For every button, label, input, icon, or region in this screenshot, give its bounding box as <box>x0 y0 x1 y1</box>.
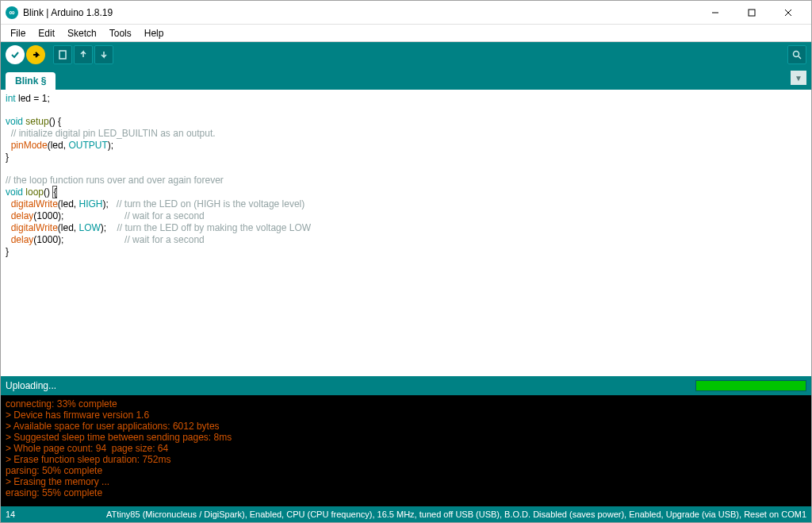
code-token: } <box>6 152 9 163</box>
code-token <box>6 198 11 210</box>
code-token: digitalWrite <box>11 198 58 210</box>
svg-point-5 <box>794 52 799 57</box>
code-token <box>6 234 11 245</box>
svg-line-6 <box>799 56 801 59</box>
console-line: > Erasing the memory ... <box>6 476 109 487</box>
code-token: ); <box>101 222 117 233</box>
window-title: Blink | Arduino 1.8.19 <box>23 7 113 18</box>
tab-strip: Blink § ▼ <box>1 67 811 90</box>
code-token: ); <box>103 198 117 210</box>
code-token: LOW <box>79 222 101 233</box>
code-comment: // the loop function runs over and over … <box>6 175 224 186</box>
code-token <box>6 210 11 221</box>
console-line: > Device has firmware version 1.6 <box>6 410 149 421</box>
toolbar <box>1 42 811 67</box>
code-token: delay <box>11 210 34 221</box>
bottom-bar: 14 ATtiny85 (Micronucleus / DigiSpark), … <box>1 506 811 522</box>
console-line: connecting: 33% complete <box>6 398 117 410</box>
code-token: (led, <box>58 198 79 210</box>
code-token: ); <box>108 140 113 151</box>
menubar: File Edit Sketch Tools Help <box>1 25 811 42</box>
code-token: int <box>6 93 16 104</box>
code-token: delay <box>11 234 34 245</box>
status-text: Uploading... <box>6 380 56 391</box>
code-token: () { <box>49 116 61 127</box>
svg-rect-4 <box>59 51 66 59</box>
code-token: pinMode <box>11 140 48 151</box>
upload-progress <box>695 380 806 391</box>
cursor: { <box>52 186 57 198</box>
menu-tools[interactable]: Tools <box>103 26 138 40</box>
svg-rect-1 <box>749 10 755 16</box>
code-comment: // turn the LED on (HIGH is the voltage … <box>117 198 304 210</box>
console-line: > Suggested sleep time between sending p… <box>6 432 232 443</box>
code-token: (led, <box>58 222 79 233</box>
arduino-icon <box>6 6 18 19</box>
open-button[interactable] <box>74 45 93 64</box>
board-info: ATtiny85 (Micronucleus / DigiSpark), Ena… <box>15 510 806 519</box>
tab-blink[interactable]: Blink § <box>6 72 56 90</box>
code-token: (1000); <box>33 210 124 221</box>
console-line: > Whole page count: 94 page size: 64 <box>6 443 168 454</box>
code-editor[interactable]: int led = 1; void setup() { // initializ… <box>1 90 811 376</box>
console-line: parsing: 50% complete <box>6 465 102 476</box>
code-token: HIGH <box>79 198 103 210</box>
app-window: Blink | Arduino 1.8.19 File Edit Sketch … <box>0 0 812 523</box>
chevron-down-icon: ▼ <box>795 74 802 83</box>
line-number: 14 <box>6 510 15 519</box>
code-token: } <box>6 246 9 257</box>
menu-edit[interactable]: Edit <box>32 26 61 40</box>
code-comment: // wait for a second <box>124 210 205 221</box>
code-comment: // wait for a second <box>124 234 205 245</box>
code-token: (led, <box>48 140 69 151</box>
code-token: void <box>6 116 23 127</box>
titlebar: Blink | Arduino 1.8.19 <box>1 1 811 25</box>
verify-button[interactable] <box>6 45 25 64</box>
code-token: led = 1; <box>16 93 50 104</box>
code-token: setup <box>25 116 48 127</box>
close-button[interactable] <box>770 1 806 25</box>
menu-help[interactable]: Help <box>138 26 170 40</box>
code-token <box>6 222 11 233</box>
minimize-button[interactable] <box>697 1 733 25</box>
code-token: OUTPUT <box>68 140 107 151</box>
status-bar: Uploading... <box>1 376 811 395</box>
code-token: digitalWrite <box>11 222 58 233</box>
maximize-button[interactable] <box>733 1 770 25</box>
code-comment: // initialize digital pin LED_BUILTIN as… <box>6 128 216 139</box>
save-button[interactable] <box>94 45 113 64</box>
menu-sketch[interactable]: Sketch <box>61 26 103 40</box>
new-button[interactable] <box>53 45 72 64</box>
upload-button[interactable] <box>26 45 45 64</box>
console-line: > Erase function sleep duration: 752ms <box>6 454 170 465</box>
output-console[interactable]: connecting: 33% complete > Device has fi… <box>1 395 811 506</box>
code-comment: // turn the LED off by making the voltag… <box>117 222 312 233</box>
menu-file[interactable]: File <box>4 26 32 40</box>
serial-monitor-button[interactable] <box>787 45 806 64</box>
code-token: (1000); <box>33 234 124 245</box>
tab-menu-button[interactable]: ▼ <box>791 71 806 85</box>
code-token: loop <box>25 187 44 198</box>
code-token: () <box>44 187 52 198</box>
code-token: void <box>6 187 23 198</box>
console-line: erasing: 55% complete <box>6 487 102 498</box>
code-token <box>6 140 11 151</box>
console-line: > Available space for user applications:… <box>6 421 220 432</box>
